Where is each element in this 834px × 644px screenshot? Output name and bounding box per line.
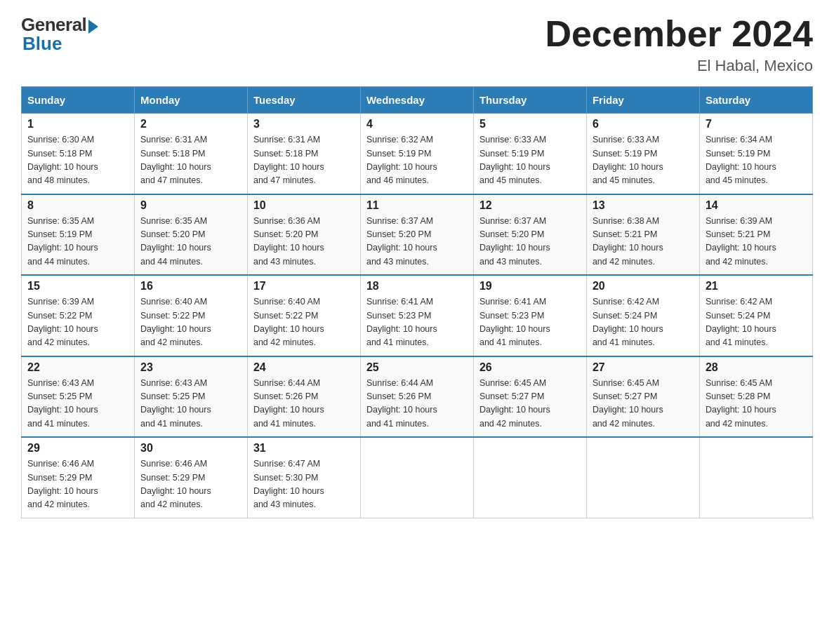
- day-number: 8: [27, 199, 128, 212]
- header-thursday: Thursday: [473, 87, 586, 114]
- day-number: 5: [479, 118, 581, 130]
- day-info: Sunrise: 6:37 AMSunset: 5:20 PMDaylight:…: [479, 215, 581, 269]
- day-number: 15: [27, 280, 128, 293]
- calendar-cell: 28Sunrise: 6:45 AMSunset: 5:28 PMDayligh…: [699, 356, 812, 438]
- calendar-cell: 2Sunrise: 6:31 AMSunset: 5:18 PMDaylight…: [134, 114, 247, 194]
- day-info: Sunrise: 6:35 AMSunset: 5:19 PMDaylight:…: [27, 215, 128, 269]
- day-number: 10: [253, 199, 355, 212]
- day-info: Sunrise: 6:33 AMSunset: 5:19 PMDaylight:…: [479, 133, 581, 188]
- day-info: Sunrise: 6:40 AMSunset: 5:22 PMDaylight:…: [253, 295, 355, 350]
- header-saturday: Saturday: [699, 87, 812, 114]
- weekday-header-row: Sunday Monday Tuesday Wednesday Thursday…: [22, 87, 813, 114]
- calendar-cell: 31Sunrise: 6:47 AMSunset: 5:30 PMDayligh…: [247, 437, 360, 518]
- day-info: Sunrise: 6:40 AMSunset: 5:22 PMDaylight:…: [140, 295, 241, 350]
- calendar-cell: 4Sunrise: 6:32 AMSunset: 5:19 PMDaylight…: [360, 114, 473, 194]
- day-number: 19: [479, 280, 581, 293]
- calendar-week-row-3: 15Sunrise: 6:39 AMSunset: 5:22 PMDayligh…: [22, 275, 813, 356]
- day-info: Sunrise: 6:31 AMSunset: 5:18 PMDaylight:…: [140, 133, 241, 188]
- header-sunday: Sunday: [22, 87, 135, 114]
- day-info: Sunrise: 6:31 AMSunset: 5:18 PMDaylight:…: [253, 133, 355, 188]
- day-number: 18: [366, 280, 468, 293]
- calendar-cell: [360, 437, 473, 518]
- day-info: Sunrise: 6:45 AMSunset: 5:28 PMDaylight:…: [706, 377, 807, 431]
- calendar-week-row-2: 8Sunrise: 6:35 AMSunset: 5:19 PMDaylight…: [22, 194, 813, 276]
- calendar-cell: 5Sunrise: 6:33 AMSunset: 5:19 PMDaylight…: [473, 114, 586, 194]
- day-info: Sunrise: 6:39 AMSunset: 5:22 PMDaylight:…: [27, 295, 128, 350]
- day-info: Sunrise: 6:41 AMSunset: 5:23 PMDaylight:…: [366, 295, 468, 350]
- day-info: Sunrise: 6:44 AMSunset: 5:26 PMDaylight:…: [366, 377, 468, 431]
- logo-arrow-icon: [88, 20, 98, 34]
- logo: General Blue: [21, 14, 98, 55]
- calendar-cell: 12Sunrise: 6:37 AMSunset: 5:20 PMDayligh…: [473, 194, 586, 276]
- calendar-cell: 29Sunrise: 6:46 AMSunset: 5:29 PMDayligh…: [22, 437, 135, 518]
- day-number: 27: [593, 361, 694, 374]
- calendar-week-row-1: 1Sunrise: 6:30 AMSunset: 5:18 PMDaylight…: [22, 114, 813, 194]
- header-tuesday: Tuesday: [247, 87, 360, 114]
- day-number: 1: [27, 118, 128, 130]
- calendar-cell: 11Sunrise: 6:37 AMSunset: 5:20 PMDayligh…: [360, 194, 473, 276]
- calendar-cell: 20Sunrise: 6:42 AMSunset: 5:24 PMDayligh…: [586, 275, 699, 356]
- day-info: Sunrise: 6:39 AMSunset: 5:21 PMDaylight:…: [706, 215, 807, 269]
- day-info: Sunrise: 6:45 AMSunset: 5:27 PMDaylight:…: [593, 377, 694, 431]
- day-number: 16: [140, 280, 241, 293]
- day-number: 11: [366, 199, 468, 212]
- day-info: Sunrise: 6:46 AMSunset: 5:29 PMDaylight:…: [140, 457, 241, 512]
- day-number: 7: [706, 118, 807, 130]
- calendar-cell: 15Sunrise: 6:39 AMSunset: 5:22 PMDayligh…: [22, 275, 135, 356]
- calendar-cell: [699, 437, 812, 518]
- calendar-cell: 9Sunrise: 6:35 AMSunset: 5:20 PMDaylight…: [134, 194, 247, 276]
- page: General Blue December 2024 El Habal, Mex…: [0, 0, 834, 539]
- logo-blue-text: Blue: [22, 33, 62, 55]
- day-info: Sunrise: 6:41 AMSunset: 5:23 PMDaylight:…: [479, 295, 581, 350]
- day-number: 31: [253, 442, 355, 455]
- calendar-cell: 1Sunrise: 6:30 AMSunset: 5:18 PMDaylight…: [22, 114, 135, 194]
- day-info: Sunrise: 6:32 AMSunset: 5:19 PMDaylight:…: [366, 133, 468, 188]
- day-number: 6: [593, 118, 694, 130]
- day-info: Sunrise: 6:47 AMSunset: 5:30 PMDaylight:…: [253, 457, 355, 512]
- calendar-cell: 24Sunrise: 6:44 AMSunset: 5:26 PMDayligh…: [247, 356, 360, 438]
- day-info: Sunrise: 6:46 AMSunset: 5:29 PMDaylight:…: [27, 457, 128, 512]
- day-number: 30: [140, 442, 241, 455]
- day-info: Sunrise: 6:36 AMSunset: 5:20 PMDaylight:…: [253, 215, 355, 269]
- calendar-week-row-4: 22Sunrise: 6:43 AMSunset: 5:25 PMDayligh…: [22, 356, 813, 438]
- day-number: 20: [593, 280, 694, 293]
- header-monday: Monday: [134, 87, 247, 114]
- day-number: 22: [27, 361, 128, 374]
- calendar-cell: 27Sunrise: 6:45 AMSunset: 5:27 PMDayligh…: [586, 356, 699, 438]
- calendar-cell: 25Sunrise: 6:44 AMSunset: 5:26 PMDayligh…: [360, 356, 473, 438]
- calendar-cell: 23Sunrise: 6:43 AMSunset: 5:25 PMDayligh…: [134, 356, 247, 438]
- calendar-cell: 16Sunrise: 6:40 AMSunset: 5:22 PMDayligh…: [134, 275, 247, 356]
- day-number: 4: [366, 118, 468, 130]
- day-info: Sunrise: 6:45 AMSunset: 5:27 PMDaylight:…: [479, 377, 581, 431]
- calendar-cell: 3Sunrise: 6:31 AMSunset: 5:18 PMDaylight…: [247, 114, 360, 194]
- day-info: Sunrise: 6:33 AMSunset: 5:19 PMDaylight:…: [593, 133, 694, 188]
- day-number: 3: [253, 118, 355, 130]
- day-info: Sunrise: 6:42 AMSunset: 5:24 PMDaylight:…: [593, 295, 694, 350]
- header-friday: Friday: [586, 87, 699, 114]
- day-info: Sunrise: 6:38 AMSunset: 5:21 PMDaylight:…: [593, 215, 694, 269]
- day-number: 29: [27, 442, 128, 455]
- calendar-cell: 30Sunrise: 6:46 AMSunset: 5:29 PMDayligh…: [134, 437, 247, 518]
- day-number: 24: [253, 361, 355, 374]
- day-number: 2: [140, 118, 241, 130]
- calendar-cell: 22Sunrise: 6:43 AMSunset: 5:25 PMDayligh…: [22, 356, 135, 438]
- day-info: Sunrise: 6:37 AMSunset: 5:20 PMDaylight:…: [366, 215, 468, 269]
- calendar-week-row-5: 29Sunrise: 6:46 AMSunset: 5:29 PMDayligh…: [22, 437, 813, 518]
- day-info: Sunrise: 6:44 AMSunset: 5:26 PMDaylight:…: [253, 377, 355, 431]
- day-info: Sunrise: 6:43 AMSunset: 5:25 PMDaylight:…: [140, 377, 241, 431]
- day-info: Sunrise: 6:35 AMSunset: 5:20 PMDaylight:…: [140, 215, 241, 269]
- day-number: 28: [706, 361, 807, 374]
- day-number: 12: [479, 199, 581, 212]
- calendar-cell: 21Sunrise: 6:42 AMSunset: 5:24 PMDayligh…: [699, 275, 812, 356]
- day-info: Sunrise: 6:34 AMSunset: 5:19 PMDaylight:…: [706, 133, 807, 188]
- calendar-cell: 7Sunrise: 6:34 AMSunset: 5:19 PMDaylight…: [699, 114, 812, 194]
- calendar-table: Sunday Monday Tuesday Wednesday Thursday…: [21, 86, 813, 518]
- calendar-title: December 2024: [545, 14, 813, 54]
- calendar-cell: 18Sunrise: 6:41 AMSunset: 5:23 PMDayligh…: [360, 275, 473, 356]
- calendar-cell: 10Sunrise: 6:36 AMSunset: 5:20 PMDayligh…: [247, 194, 360, 276]
- header-wednesday: Wednesday: [360, 87, 473, 114]
- calendar-cell: 8Sunrise: 6:35 AMSunset: 5:19 PMDaylight…: [22, 194, 135, 276]
- day-number: 25: [366, 361, 468, 374]
- day-number: 23: [140, 361, 241, 374]
- calendar-cell: 6Sunrise: 6:33 AMSunset: 5:19 PMDaylight…: [586, 114, 699, 194]
